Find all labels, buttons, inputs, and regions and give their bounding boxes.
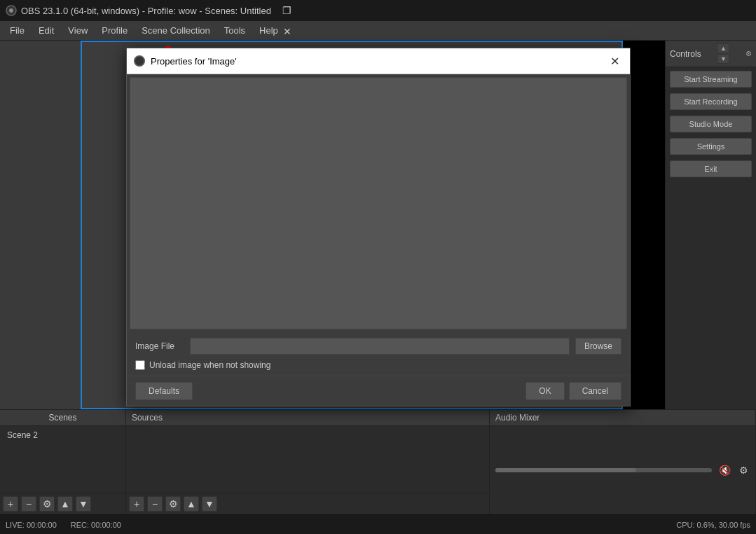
rec-status: REC: 00:00:00	[71, 521, 121, 529]
settings-button[interactable]: Settings	[670, 138, 752, 155]
start-streaming-button[interactable]: Start Streaming	[670, 71, 752, 88]
source-add-button[interactable]: +	[129, 496, 144, 512]
menu-edit[interactable]: Edit	[32, 22, 61, 39]
mixer-settings-button[interactable]: ⚙	[738, 463, 750, 477]
scene-down-button[interactable]: ▼	[76, 496, 91, 512]
mixer-content: 🔇 ⚙	[490, 426, 755, 514]
source-down-button[interactable]: ▼	[202, 496, 217, 512]
menu-profile[interactable]: Profile	[95, 22, 135, 39]
scenes-controls: + − ⚙ ▲ ▼	[0, 493, 125, 514]
volume-fill	[495, 468, 636, 472]
scene-settings-button[interactable]: ⚙	[39, 496, 55, 512]
defaults-button[interactable]: Defaults	[135, 382, 193, 400]
menu-view[interactable]: View	[61, 22, 95, 39]
dialog-fields: Image File Browse Unload image when not …	[127, 332, 630, 376]
volume-slider[interactable]	[495, 468, 712, 472]
controls-title: Controls	[670, 49, 701, 59]
status-bar: LIVE: 00:00:00 REC: 00:00:00 CPU: 0.6%, …	[0, 514, 756, 534]
dialog-title-text: Properties for 'Image'	[151, 56, 237, 67]
footer-right-buttons: OK Cancel	[525, 382, 621, 400]
image-file-input[interactable]	[190, 338, 570, 355]
controls-scroll-down[interactable]: ▼	[717, 54, 729, 64]
unload-checkbox-row: Unload image when not showing	[135, 360, 621, 370]
cpu-status: CPU: 0.6%, 30.00 fps	[676, 521, 750, 529]
dialog-preview-area	[130, 77, 627, 329]
svg-point-1	[9, 8, 13, 13]
menu-help[interactable]: Help	[252, 22, 285, 39]
dialog-footer: Defaults OK Cancel	[127, 376, 630, 406]
mixer-header: Audio Mixer	[490, 410, 755, 426]
source-remove-button[interactable]: −	[147, 496, 163, 512]
ok-button[interactable]: OK	[525, 382, 564, 400]
maximize-button[interactable]: ❐	[271, 0, 303, 21]
studio-mode-button[interactable]: Studio Mode	[670, 116, 752, 132]
title-bar: OBS 23.1.0 (64-bit, windows) - Profile: …	[0, 0, 756, 21]
image-file-row: Image File Browse	[135, 338, 621, 355]
scenes-header: Scenes	[0, 410, 125, 426]
controls-buttons: Start Streaming Start Recording Studio M…	[666, 67, 756, 181]
dialog-icon	[134, 55, 145, 67]
menu-tools[interactable]: Tools	[217, 22, 252, 39]
controls-collapse-icon: ⚙	[745, 50, 752, 57]
source-up-button[interactable]: ▲	[184, 496, 199, 512]
right-controls-panel: Controls ▲ ▼ ⚙ Start Streaming Start Rec…	[665, 41, 756, 409]
scene-item-2[interactable]: Scene 2	[1, 427, 124, 443]
dialog-close-button[interactable]: ✕	[606, 53, 623, 69]
mute-button[interactable]: 🔇	[717, 463, 732, 477]
start-recording-button[interactable]: Start Recording	[670, 93, 752, 110]
scene-add-button[interactable]: +	[3, 496, 18, 512]
controls-scroll-up[interactable]: ▲	[717, 43, 729, 53]
scene-remove-button[interactable]: −	[21, 496, 36, 512]
unload-image-checkbox[interactable]	[135, 360, 145, 370]
sources-list	[126, 426, 489, 493]
menu-file[interactable]: File	[3, 22, 32, 39]
sources-controls: + − ⚙ ▲ ▼	[126, 493, 489, 514]
scene-up-button[interactable]: ▲	[57, 496, 73, 512]
properties-dialog[interactable]: Properties for 'Image' ✕ Image File Brow…	[126, 48, 631, 406]
controls-header-row: Controls ▲ ▼ ⚙	[666, 41, 756, 67]
dialog-title-bar: Properties for 'Image' ✕	[127, 48, 630, 74]
live-status: LIVE: 00:00:00	[6, 521, 57, 529]
image-file-label: Image File	[135, 341, 184, 351]
preview-left-black	[0, 41, 81, 409]
bottom-panels: Scenes Scene 2 + − ⚙ ▲ ▼ Sources + − ⚙ ▲…	[0, 409, 756, 514]
unload-image-label: Unload image when not showing	[149, 360, 270, 370]
obs-icon	[6, 5, 17, 16]
title-bar-text: OBS 23.1.0 (64-bit, windows) - Profile: …	[21, 6, 271, 16]
scenes-list: Scene 2	[0, 426, 125, 493]
source-settings-button[interactable]: ⚙	[165, 496, 181, 512]
browse-button[interactable]: Browse	[575, 338, 621, 355]
scenes-panel: Scenes Scene 2 + − ⚙ ▲ ▼	[0, 410, 126, 514]
sources-header: Sources	[126, 410, 489, 426]
audio-mixer-panel: Audio Mixer 🔇 ⚙	[490, 410, 756, 514]
menu-bar: File Edit View Profile Scene Collection …	[0, 21, 756, 41]
menu-scene-collection[interactable]: Scene Collection	[135, 22, 217, 39]
cancel-button[interactable]: Cancel	[569, 382, 621, 400]
exit-button[interactable]: Exit	[670, 160, 752, 177]
sources-panel: Sources + − ⚙ ▲ ▼	[126, 410, 490, 514]
dialog-body: Image File Browse Unload image when not …	[127, 74, 630, 376]
